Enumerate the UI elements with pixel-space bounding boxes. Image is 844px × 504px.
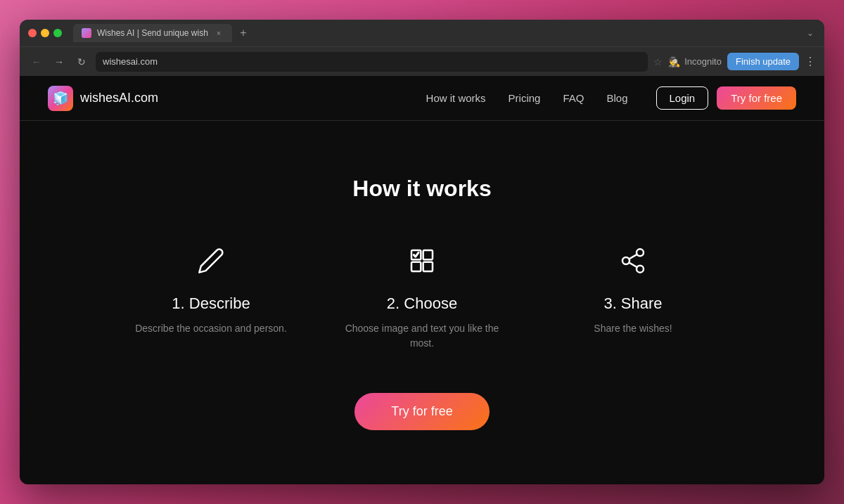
svg-line-7 — [629, 262, 637, 267]
login-button[interactable]: Login — [656, 86, 709, 110]
svg-point-5 — [622, 257, 629, 264]
incognito-icon: 🕵 — [668, 56, 680, 67]
new-tab-button[interactable]: + — [235, 25, 252, 41]
try-for-free-nav-button[interactable]: Try for free — [717, 86, 796, 110]
logo-text: wishesAI.com — [80, 91, 158, 105]
nav-actions: Login Try for free — [656, 86, 797, 110]
site-nav: 🧊 wishesAI.com How it works Pricing FAQ … — [20, 76, 824, 121]
titlebar: Wishes AI | Send unique wish × + ⌄ — [20, 20, 824, 46]
svg-rect-2 — [423, 261, 433, 271]
svg-point-6 — [637, 265, 644, 272]
logo: 🧊 wishesAI.com — [48, 86, 426, 111]
step-choose: 2. Choose Choose image and text you like… — [345, 244, 499, 351]
section-title: How it works — [352, 176, 491, 202]
step-3-title: 3. Share — [603, 295, 662, 313]
svg-point-4 — [637, 249, 644, 256]
svg-line-8 — [629, 254, 637, 259]
tab-favicon-icon — [82, 28, 91, 38]
browser-tab[interactable]: Wishes AI | Send unique wish × — [73, 24, 232, 42]
nav-pricing[interactable]: Pricing — [509, 92, 541, 104]
tab-close-button[interactable]: × — [214, 28, 224, 38]
step-2-desc: Choose image and text you like the most. — [345, 321, 499, 351]
tabs-area: Wishes AI | Send unique wish × + — [73, 24, 799, 42]
titlebar-right: ⌄ — [805, 27, 816, 39]
incognito-badge: 🕵 Incognito — [668, 56, 722, 67]
close-window-button[interactable] — [28, 29, 37, 37]
step-describe: 1. Describe Describe the occasion and pe… — [134, 244, 288, 336]
reload-button[interactable]: ↻ — [73, 53, 90, 70]
bookmark-icon[interactable]: ☆ — [653, 56, 663, 67]
traffic-lights — [28, 29, 62, 37]
website-content: 🧊 wishesAI.com How it works Pricing FAQ … — [20, 76, 824, 484]
try-for-free-main-button[interactable]: Try for free — [354, 393, 489, 430]
addressbar: ← → ↻ wishesai.com ☆ 🕵 Incognito Finish … — [20, 46, 824, 76]
choose-icon — [405, 244, 439, 278]
maximize-window-button[interactable] — [53, 29, 62, 37]
nav-how-it-works[interactable]: How it works — [426, 92, 486, 104]
svg-rect-1 — [423, 250, 433, 259]
logo-icon: 🧊 — [48, 86, 73, 111]
url-bar[interactable]: wishesai.com — [96, 52, 648, 72]
nav-faq[interactable]: FAQ — [563, 92, 584, 104]
expand-icon[interactable]: ⌄ — [805, 27, 816, 39]
step-2-title: 2. Choose — [387, 295, 457, 313]
nav-blog[interactable]: Blog — [606, 92, 627, 104]
main-content: How it works 1. Describe Describe the oc… — [20, 121, 824, 484]
tab-title: Wishes AI | Send unique wish — [97, 28, 208, 38]
more-options-icon[interactable]: ⋮ — [805, 55, 816, 68]
svg-rect-3 — [411, 261, 421, 271]
back-button[interactable]: ← — [28, 53, 45, 70]
share-icon — [616, 244, 650, 278]
addressbar-right: ☆ 🕵 Incognito Finish update ⋮ — [653, 53, 816, 70]
incognito-label: Incognito — [684, 56, 722, 67]
url-text: wishesai.com — [103, 56, 158, 67]
step-3-desc: Share the wishes! — [594, 321, 672, 336]
describe-icon — [194, 244, 228, 278]
step-1-desc: Describe the occasion and person. — [135, 321, 287, 336]
finish-update-button[interactable]: Finish update — [727, 53, 799, 70]
step-share: 3. Share Share the wishes! — [556, 244, 710, 336]
step-1-title: 1. Describe — [172, 295, 250, 313]
minimize-window-button[interactable] — [41, 29, 49, 37]
steps-container: 1. Describe Describe the occasion and pe… — [134, 244, 710, 351]
browser-window: Wishes AI | Send unique wish × + ⌄ ← → ↻… — [20, 20, 824, 484]
forward-button[interactable]: → — [51, 53, 68, 70]
nav-links: How it works Pricing FAQ Blog — [426, 92, 628, 104]
